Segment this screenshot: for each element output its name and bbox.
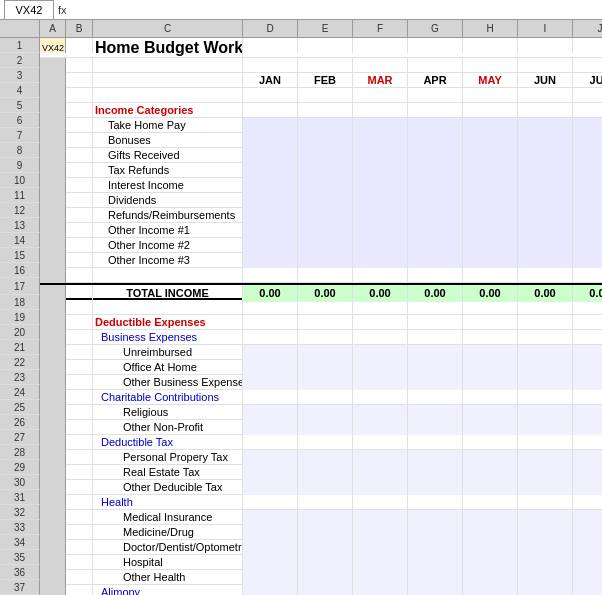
cell-25f[interactable]: [353, 405, 408, 420]
cell-16d[interactable]: [243, 268, 298, 283]
cell-12g[interactable]: [408, 208, 463, 223]
cell-10e[interactable]: [298, 178, 353, 193]
cell-16f[interactable]: [353, 268, 408, 283]
cell-24g[interactable]: [408, 390, 463, 405]
cell-20a[interactable]: [40, 330, 66, 345]
cell-27b[interactable]: [66, 435, 93, 450]
cell-9h[interactable]: [463, 163, 518, 178]
cell-11h[interactable]: [463, 193, 518, 208]
cell-28f[interactable]: [353, 450, 408, 465]
cell-3c[interactable]: [93, 73, 243, 88]
cell-19g[interactable]: [408, 315, 463, 330]
cell-26j[interactable]: [573, 420, 602, 435]
row-num-21[interactable]: 21: [0, 340, 40, 355]
cell-6h[interactable]: [463, 118, 518, 133]
cell-24b[interactable]: [66, 390, 93, 405]
cell-2e[interactable]: [298, 58, 353, 73]
cell-8i[interactable]: [518, 148, 573, 163]
cell-21e[interactable]: [298, 345, 353, 360]
cell-14a[interactable]: [40, 238, 66, 253]
cell-25b[interactable]: [66, 405, 93, 420]
cell-29a[interactable]: [40, 465, 66, 480]
cell-2h[interactable]: [463, 58, 518, 73]
cell-20g[interactable]: [408, 330, 463, 345]
cell-1h[interactable]: [463, 38, 518, 53]
cell-23g[interactable]: [408, 375, 463, 390]
cell-14i[interactable]: [518, 238, 573, 253]
cell-23h[interactable]: [463, 375, 518, 390]
cell-9g[interactable]: [408, 163, 463, 178]
cell-21f[interactable]: [353, 345, 408, 360]
cell-25j[interactable]: [573, 405, 602, 420]
cell-18a[interactable]: [40, 300, 66, 315]
cell-26e[interactable]: [298, 420, 353, 435]
cell-16i[interactable]: [518, 268, 573, 283]
cell-35h[interactable]: [463, 555, 518, 570]
cell-13h[interactable]: [463, 223, 518, 238]
cell-19f[interactable]: [353, 315, 408, 330]
cell-36j[interactable]: [573, 570, 602, 585]
cell-20j[interactable]: [573, 330, 602, 345]
cell-15d[interactable]: [243, 253, 298, 268]
cell-19i[interactable]: [518, 315, 573, 330]
cell-36a[interactable]: [40, 570, 66, 585]
cell-16a[interactable]: [40, 268, 66, 283]
cell-6a[interactable]: [40, 118, 66, 133]
cell-32g[interactable]: [408, 510, 463, 525]
cell-30i[interactable]: [518, 480, 573, 495]
cell-25h[interactable]: [463, 405, 518, 420]
cell-1d[interactable]: [243, 38, 298, 53]
cell-5h[interactable]: [463, 103, 518, 118]
cell-35b[interactable]: [66, 555, 93, 570]
cell-20i[interactable]: [518, 330, 573, 345]
cell-28h[interactable]: [463, 450, 518, 465]
cell-21a[interactable]: [40, 345, 66, 360]
cell-16g[interactable]: [408, 268, 463, 283]
cell-23b[interactable]: [66, 375, 93, 390]
cell-7f[interactable]: [353, 133, 408, 148]
cell-30e[interactable]: [298, 480, 353, 495]
cell-4i[interactable]: [518, 88, 573, 103]
cell-25g[interactable]: [408, 405, 463, 420]
cell-7b[interactable]: [66, 133, 93, 148]
cell-8d[interactable]: [243, 148, 298, 163]
cell-35i[interactable]: [518, 555, 573, 570]
cell-30b[interactable]: [66, 480, 93, 495]
cell-31i[interactable]: [518, 495, 573, 510]
cell-29d[interactable]: [243, 465, 298, 480]
cell-1a[interactable]: VX42: [40, 38, 66, 53]
cell-5b[interactable]: [66, 103, 93, 118]
cell-11b[interactable]: [66, 193, 93, 208]
cell-27d[interactable]: [243, 435, 298, 450]
cell-7e[interactable]: [298, 133, 353, 148]
cell-12j[interactable]: [573, 208, 602, 223]
cell-28e[interactable]: [298, 450, 353, 465]
cell-34h[interactable]: [463, 540, 518, 555]
cell-15j[interactable]: [573, 253, 602, 268]
col-header-b[interactable]: B: [66, 20, 93, 37]
cell-14g[interactable]: [408, 238, 463, 253]
cell-23i[interactable]: [518, 375, 573, 390]
cell-22j[interactable]: [573, 360, 602, 375]
cell-18h[interactable]: [463, 300, 518, 315]
cell-18e[interactable]: [298, 300, 353, 315]
cell-27e[interactable]: [298, 435, 353, 450]
cell-7h[interactable]: [463, 133, 518, 148]
cell-34i[interactable]: [518, 540, 573, 555]
row-num-20[interactable]: 20: [0, 325, 40, 340]
row-num-36[interactable]: 36: [0, 565, 40, 580]
row-num-12[interactable]: 12: [0, 203, 40, 218]
cell-10h[interactable]: [463, 178, 518, 193]
cell-1b[interactable]: [66, 38, 93, 53]
cell-5j[interactable]: [573, 103, 602, 118]
cell-19h[interactable]: [463, 315, 518, 330]
row-num-15[interactable]: 15: [0, 248, 40, 263]
cell-30a[interactable]: [40, 480, 66, 495]
col-header-j[interactable]: J: [573, 20, 602, 37]
cell-5i[interactable]: [518, 103, 573, 118]
cell-13i[interactable]: [518, 223, 573, 238]
cell-33g[interactable]: [408, 525, 463, 540]
cell-8b[interactable]: [66, 148, 93, 163]
cell-31g[interactable]: [408, 495, 463, 510]
cell-6b[interactable]: [66, 118, 93, 133]
